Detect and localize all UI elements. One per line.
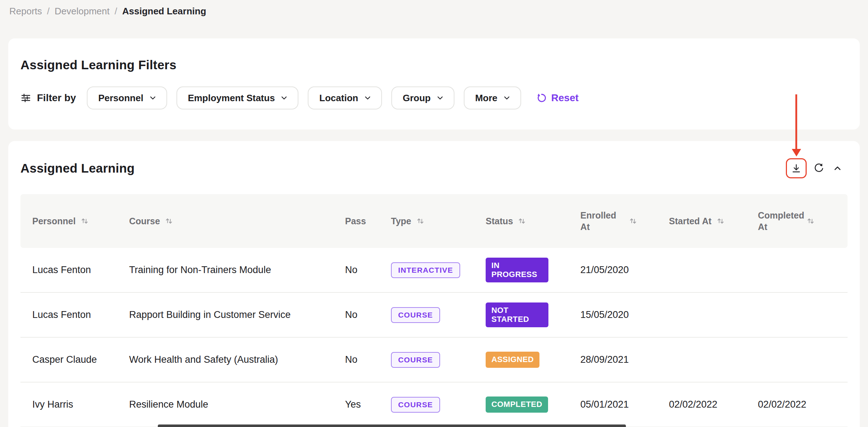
cell-type: COURSE xyxy=(391,307,486,323)
column-label: Started At xyxy=(669,215,712,227)
cell-status: ASSIGNED xyxy=(486,352,580,368)
cell-status: IN PROGRESS xyxy=(486,258,580,282)
table-title: Assigned Learning xyxy=(20,161,135,175)
cell-course: Resilience Module xyxy=(129,399,345,410)
status-badge: NOT STARTED xyxy=(486,302,548,327)
breadcrumb-reports[interactable]: Reports xyxy=(9,6,42,17)
table-header-row: Assigned Learning xyxy=(20,158,848,178)
sort-icon[interactable] xyxy=(807,217,815,225)
sort-icon[interactable] xyxy=(81,217,89,225)
column-header-type[interactable]: Type xyxy=(391,216,486,226)
dropdown-label: More xyxy=(475,93,497,104)
column-header-personnel[interactable]: Personnel xyxy=(20,216,129,226)
column-header-enrolled-at[interactable]: Enrolled At xyxy=(580,210,669,233)
employment-status-filter-dropdown[interactable]: Employment Status xyxy=(176,86,299,109)
refresh-button[interactable] xyxy=(812,161,826,175)
column-header-started-at[interactable]: Started At xyxy=(669,215,758,227)
download-button[interactable] xyxy=(786,158,807,178)
reset-filters-button[interactable]: Reset xyxy=(536,92,579,104)
chevron-down-icon xyxy=(365,96,371,100)
type-badge: INTERACTIVE xyxy=(391,262,460,278)
breadcrumb-separator: / xyxy=(114,6,117,17)
chevron-up-icon xyxy=(832,163,843,173)
cell-personnel: Lucas Fenton xyxy=(20,264,129,276)
column-header-pass[interactable]: Pass xyxy=(345,216,391,226)
assigned-learning-card: Assigned Learning xyxy=(8,141,860,427)
column-label: Status xyxy=(486,216,513,226)
cell-type: COURSE xyxy=(391,352,486,368)
chevron-down-icon xyxy=(150,96,156,100)
cell-enrolled-at: 05/01/2021 xyxy=(580,399,669,410)
sort-icon[interactable] xyxy=(416,217,424,225)
more-filter-dropdown[interactable]: More xyxy=(464,86,521,109)
cell-type: COURSE xyxy=(391,397,486,413)
cell-course: Work Health and Safety (Australia) xyxy=(129,354,345,365)
dropdown-label: Personnel xyxy=(98,93,143,104)
cell-personnel: Ivy Harris xyxy=(20,399,129,410)
refresh-icon xyxy=(813,163,825,174)
page: Reports / Development / Assigned Learnin… xyxy=(0,0,868,427)
annotation-arrow xyxy=(796,94,797,149)
type-badge: COURSE xyxy=(391,307,440,323)
column-label: Personnel xyxy=(32,216,76,226)
filters-card: Assigned Learning Filters Filter by Pers… xyxy=(8,38,860,130)
cell-course: Rapport Building in Customer Service xyxy=(129,309,345,320)
type-badge: COURSE xyxy=(391,352,440,368)
table-row[interactable]: Lucas Fenton Rapport Building in Custome… xyxy=(20,293,848,338)
group-filter-dropdown[interactable]: Group xyxy=(391,86,454,109)
download-icon xyxy=(791,163,802,174)
cell-personnel: Lucas Fenton xyxy=(20,309,129,320)
cell-pass: Yes xyxy=(345,399,391,410)
cell-personnel: Casper Claude xyxy=(20,354,129,365)
column-header-status[interactable]: Status xyxy=(486,216,580,226)
table-actions xyxy=(786,158,844,178)
cell-started-at: 02/02/2022 xyxy=(669,399,758,410)
chevron-down-icon xyxy=(281,96,287,100)
sort-icon[interactable] xyxy=(717,217,725,225)
reset-label: Reset xyxy=(551,92,579,104)
breadcrumb-development[interactable]: Development xyxy=(55,6,109,17)
cell-pass: No xyxy=(345,354,391,365)
column-label: Pass xyxy=(345,216,366,226)
breadcrumb-assigned-learning: Assigned Learning xyxy=(122,6,206,17)
cell-completed-at: 02/02/2022 xyxy=(758,399,848,410)
dropdown-label: Group xyxy=(403,93,431,104)
column-label: Type xyxy=(391,216,411,226)
cell-enrolled-at: 21/05/2020 xyxy=(580,264,669,276)
cell-pass: No xyxy=(345,309,391,320)
dropdown-label: Location xyxy=(319,93,358,104)
column-header-course[interactable]: Course xyxy=(129,216,345,226)
cell-type: INTERACTIVE xyxy=(391,262,486,278)
status-badge: ASSIGNED xyxy=(486,352,539,368)
column-header-completed-at[interactable]: Completed At xyxy=(758,210,848,233)
status-badge: COMPLETED xyxy=(486,396,548,413)
type-badge: COURSE xyxy=(391,397,440,413)
download-annotation-group xyxy=(786,158,807,178)
collapse-button[interactable] xyxy=(831,162,844,175)
chevron-down-icon xyxy=(504,96,510,100)
chevron-down-icon xyxy=(437,96,443,100)
cell-status: NOT STARTED xyxy=(486,302,580,327)
status-badge: IN PROGRESS xyxy=(486,258,548,282)
sort-icon[interactable] xyxy=(629,217,637,225)
filter-by-label: Filter by xyxy=(37,92,76,104)
personnel-filter-dropdown[interactable]: Personnel xyxy=(87,86,167,109)
table-head: Personnel Course Pass Type Status xyxy=(20,194,848,248)
table-row[interactable]: Casper Claude Work Health and Safety (Au… xyxy=(20,338,848,383)
column-label: Course xyxy=(129,216,160,226)
location-filter-dropdown[interactable]: Location xyxy=(308,86,382,109)
sort-icon[interactable] xyxy=(518,217,526,225)
cell-status: COMPLETED xyxy=(486,396,580,413)
filter-row: Filter by Personnel Employment Status Lo… xyxy=(20,86,848,109)
breadcrumb: Reports / Development / Assigned Learnin… xyxy=(0,0,868,17)
table-row[interactable]: Lucas Fenton Training for Non-Trainers M… xyxy=(20,248,848,293)
sort-icon[interactable] xyxy=(165,217,173,225)
table-row[interactable]: Ivy Harris Resilience Module Yes COURSE … xyxy=(20,383,848,427)
column-label: Completed At xyxy=(758,210,802,233)
assigned-learning-table: Personnel Course Pass Type Status xyxy=(20,194,848,427)
cell-enrolled-at: 15/05/2020 xyxy=(580,309,669,320)
column-label: Enrolled At xyxy=(580,210,624,233)
filter-sliders-icon xyxy=(20,93,31,103)
filter-by-group: Filter by xyxy=(20,92,76,104)
cell-pass: No xyxy=(345,264,391,276)
